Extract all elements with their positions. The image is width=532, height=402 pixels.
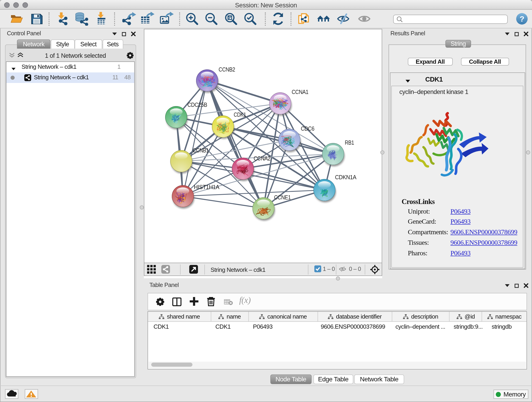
svg-text:HIST1H1A: HIST1H1A <box>194 183 219 190</box>
svg-text:?: ? <box>519 14 524 23</box>
svg-text:CCNB1: CCNB1 <box>192 147 209 153</box>
svg-text:RB1: RB1 <box>345 139 354 146</box>
svg-text:CDC25B: CDC25B <box>187 101 207 108</box>
svg-text:CDK1: CDK1 <box>234 111 246 118</box>
svg-text:CDKN1A: CDKN1A <box>335 173 356 180</box>
svg-text:CDC6: CDC6 <box>301 125 314 132</box>
svg-text:CCNA2: CCNA2 <box>253 155 270 162</box>
svg-text:CCNE1: CCNE1 <box>274 194 291 201</box>
svg-text:CCNA1: CCNA1 <box>291 88 308 95</box>
svg-text:CCNB2: CCNB2 <box>218 66 235 73</box>
